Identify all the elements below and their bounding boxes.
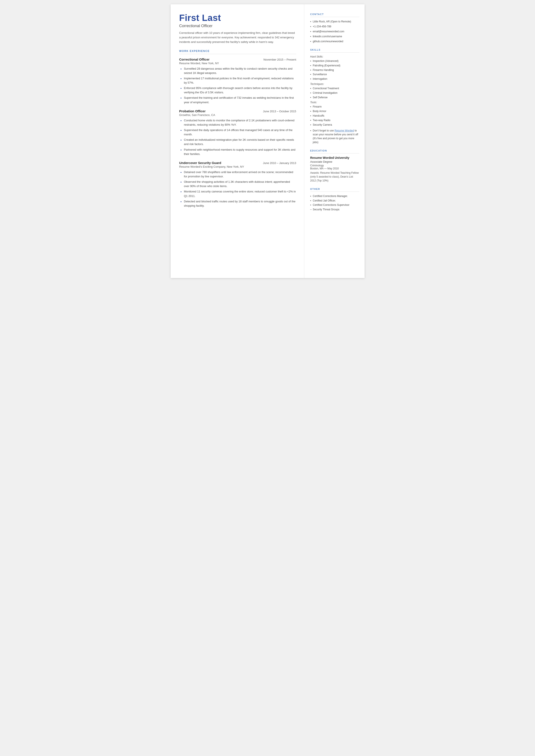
job-company-3: Resume Worded's Exciting Company, New Yo… <box>179 165 296 168</box>
job-title-1: Correctional Officer <box>179 58 210 61</box>
job-block-3: Undercover Security Guard June 2010 – Ja… <box>179 161 296 208</box>
contact-section: CONTACT Little Rock, AR (Open to Remote)… <box>310 13 359 43</box>
skills-note: Don't forget to use Resume Worded to sca… <box>310 129 359 144</box>
bullet-3-4: Detected and blocked traffic routes used… <box>181 199 296 208</box>
candidate-name: First Last <box>179 13 296 23</box>
techniques-list: Correctional Treatment Criminal Investig… <box>310 87 359 99</box>
job-block-2: Probation Officer June 2013 – October 20… <box>179 109 296 156</box>
left-column: First Last Correctional Officer Correcti… <box>171 4 304 278</box>
job-dates-2: June 2013 – October 2015 <box>263 110 296 113</box>
bullet-1-2: Implemented 17 institutional policies in… <box>181 76 296 85</box>
job-dates-1: November 2015 – Present <box>264 58 296 61</box>
skill-surveillance: Surveillance <box>310 72 359 76</box>
name-section: First Last Correctional Officer <box>179 13 296 28</box>
tool-handcuffs: Handcuffs <box>310 114 359 118</box>
edu-degree: Associate Degree <box>310 160 359 164</box>
right-column: CONTACT Little Rock, AR (Open to Remote)… <box>304 4 365 278</box>
summary-text: Correctional officer with 10 years of ex… <box>179 31 296 44</box>
bullet-2-2: Supervised the daily operations of 14 of… <box>181 128 296 137</box>
skills-note-text: Don't forget to use <box>313 129 335 132</box>
skills-section: SKILLS Hard Skills: Inspection (Advanced… <box>310 48 359 144</box>
edu-school: Resume Worded University <box>310 156 359 159</box>
hard-skills-list: Inspection (Advanced) Patrolling (Experi… <box>310 59 359 81</box>
contact-email: email@resumeworded.com <box>310 30 359 33</box>
contact-linkedin: linkedin.com/in/username <box>310 35 359 38</box>
contact-phone: +1-234-456-789 <box>310 25 359 28</box>
education-section: EDUCATION Resume Worded University Assoc… <box>310 149 359 182</box>
other-item-4: Security Threat Groups <box>310 208 359 211</box>
job-bullets-3: Detained over 780 shoplifters until law … <box>179 170 296 208</box>
other-item-2: Certified Jail Officer. <box>310 199 359 203</box>
skill-patrolling: Patrolling (Experienced) <box>310 64 359 68</box>
resume-worded-link[interactable]: Resume Worded <box>335 129 354 132</box>
skill-inspection: Inspection (Advanced) <box>310 59 359 63</box>
tool-bodyarmor: Body Armor <box>310 109 359 113</box>
contact-list: Little Rock, AR (Open to Remote) +1-234-… <box>310 20 359 43</box>
job-bullets-2: Conducted home visits to monitor the com… <box>179 118 296 156</box>
tool-radio: Two-way Radio <box>310 119 359 122</box>
technique-criminal: Criminal Investigation <box>310 91 359 95</box>
edu-field: Criminology <box>310 164 359 167</box>
bullet-3-3: Monitored 11 security cameras covering t… <box>181 189 296 198</box>
bullet-2-4: Partnered with neighborhood members to s… <box>181 148 296 156</box>
other-item-3: Certified Corrections Supervisor <box>310 203 359 207</box>
bullet-1-3: Enforced 95% compliance with thorough se… <box>181 86 296 95</box>
bullet-2-3: Created an individualized reintegration … <box>181 138 296 146</box>
tool-firearm: Firearm <box>310 105 359 109</box>
technique-correctional: Correctional Treatment <box>310 87 359 90</box>
contact-heading: CONTACT <box>310 13 359 17</box>
tool-camera: Security Camera <box>310 123 359 127</box>
skills-heading: SKILLS <box>310 48 359 53</box>
bullet-1-4: Supervised the training and certificatio… <box>181 96 296 104</box>
resume-page: First Last Correctional Officer Correcti… <box>171 4 365 278</box>
job-company-1: Resume Worded, New York, NY <box>179 62 296 65</box>
job-bullets-1: Surveilled 28 dangerous areas within the… <box>179 67 296 104</box>
techniques-label: Techniques: <box>310 83 359 86</box>
job-header-2: Probation Officer June 2013 – October 20… <box>179 109 296 113</box>
other-section: OTHER Certified Corrections Manager. Cer… <box>310 188 359 211</box>
other-list: Certified Corrections Manager. Certified… <box>310 194 359 211</box>
job-title-2: Probation Officer <box>179 109 206 113</box>
contact-location: Little Rock, AR (Open to Remote) <box>310 20 359 23</box>
job-block-1: Correctional Officer November 2015 – Pre… <box>179 58 296 104</box>
bullet-3-1: Detained over 780 shoplifters until law … <box>181 170 296 179</box>
edu-awards: Awards: Resume Worded Teaching Fellow (o… <box>310 171 359 182</box>
education-heading: EDUCATION <box>310 149 359 154</box>
technique-selfdefense: Self Defense <box>310 96 359 99</box>
skill-interrogation: Interrogation <box>310 77 359 81</box>
bullet-1-1: Surveilled 28 dangerous areas within the… <box>181 67 296 75</box>
job-dates-3: June 2010 – January 2013 <box>263 161 296 165</box>
work-experience-heading: WORK EXPERIENCE <box>179 49 296 54</box>
hard-skills-label: Hard Skills: <box>310 55 359 58</box>
contact-github: github.com/resumeworded <box>310 40 359 43</box>
tools-label: Tools: <box>310 101 359 104</box>
other-item-1: Certified Corrections Manager. <box>310 194 359 198</box>
candidate-title: Correctional Officer <box>179 24 296 28</box>
job-header-3: Undercover Security Guard June 2010 – Ja… <box>179 161 296 165</box>
other-heading: OTHER <box>310 188 359 192</box>
job-title-3: Undercover Security Guard <box>179 161 221 165</box>
tools-list: Firearm Body Armor Handcuffs Two-way Rad… <box>310 105 359 126</box>
bullet-3-2: Observed the shopping activities of 1.3K… <box>181 180 296 188</box>
job-company-2: Growthsi, San Francisco, CA <box>179 113 296 117</box>
skill-firearms: Firearms Handling <box>310 68 359 72</box>
bullet-2-1: Conducted home visits to monitor the com… <box>181 118 296 127</box>
job-header-1: Correctional Officer November 2015 – Pre… <box>179 58 296 61</box>
edu-location: Boston, MA — May 2010 <box>310 167 359 170</box>
